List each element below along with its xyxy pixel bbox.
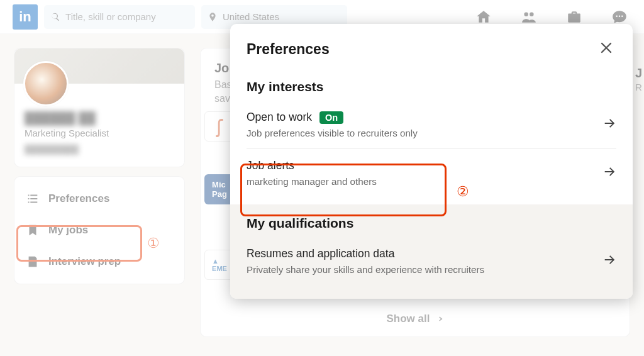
- open-to-work-sub: Job preferences visible to recruiters on…: [247, 128, 418, 138]
- pref-resumes[interactable]: Resumes and application data Privately s…: [247, 237, 616, 285]
- open-to-work-title: Open to work: [247, 111, 312, 124]
- arrow-right-icon: [602, 165, 616, 181]
- close-icon: [599, 40, 614, 55]
- my-interests-heading: My interests: [247, 79, 616, 94]
- arrow-right-icon: [602, 116, 616, 133]
- resumes-title: Resumes and application data: [247, 247, 484, 260]
- my-qualifications-heading: My qualifications: [247, 216, 616, 231]
- resumes-sub: Privately share your skills and experien…: [247, 264, 484, 275]
- on-badge: On: [319, 111, 343, 124]
- pref-job-alerts[interactable]: Job alerts marketing manager and others: [247, 149, 616, 197]
- close-button[interactable]: [596, 38, 616, 60]
- arrow-right-icon: [602, 253, 616, 269]
- job-alerts-title: Job alerts: [247, 159, 377, 172]
- pref-open-to-work[interactable]: Open to work On Job preferences visible …: [247, 101, 616, 149]
- modal-title: Preferences: [247, 41, 330, 58]
- job-alerts-sub: marketing manager and others: [247, 176, 377, 187]
- preferences-modal: Preferences My interests Open to work On…: [230, 24, 633, 299]
